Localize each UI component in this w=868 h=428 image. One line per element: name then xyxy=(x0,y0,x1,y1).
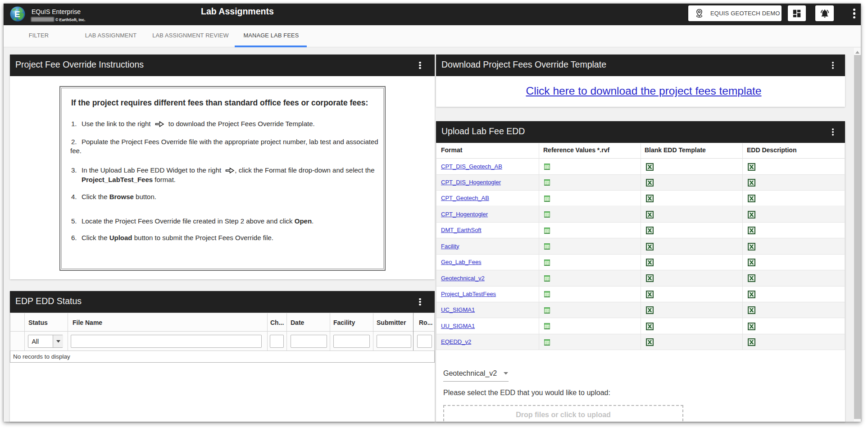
svg-text:E: E xyxy=(14,9,20,19)
